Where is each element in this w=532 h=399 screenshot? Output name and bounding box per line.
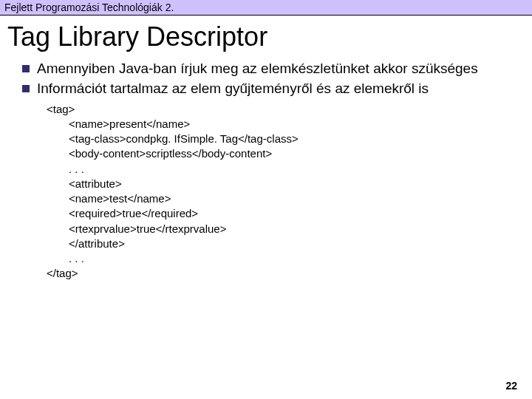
svg-rect-1 [22, 85, 30, 92]
code-line: </attribute> [69, 236, 526, 251]
code-line: <tag> [47, 102, 526, 117]
code-line: </tag> [47, 266, 526, 281]
code-line: <name>test</name> [69, 191, 526, 206]
page-number: 22 [505, 380, 517, 392]
code-line: <required>true</required> [69, 206, 526, 221]
bullet-item: Amennyiben Java-ban írjuk meg az elemkés… [22, 60, 526, 78]
code-line: <body-content>scriptless</body-content> [69, 146, 526, 161]
square-bullet-icon [22, 85, 30, 92]
code-line: . . . [69, 251, 526, 266]
bullet-text: Amennyiben Java-ban írjuk meg az elemkés… [37, 60, 478, 78]
code-inner: <name>present</name> <tag-class>condpkg.… [69, 117, 526, 267]
code-line: <name>present</name> [69, 117, 526, 132]
code-line: <rtexprvalue>true</rtexprvalue> [69, 222, 526, 236]
svg-rect-0 [22, 65, 30, 72]
code-line: <tag-class>condpkg. IfSimple. Tag</tag-c… [69, 132, 526, 146]
slide-content: Amennyiben Java-ban írjuk meg az elemkés… [0, 55, 532, 282]
slide-header: Fejlett Programozási Technológiák 2. [0, 0, 532, 16]
bullet-item: Információt tartalmaz az elem gyűjtemény… [22, 80, 526, 98]
header-text: Fejlett Programozási Technológiák 2. [4, 1, 174, 13]
square-bullet-icon [22, 65, 30, 72]
slide-title: Tag Library Descriptor [0, 16, 532, 55]
code-line: <attribute> [69, 177, 526, 191]
code-line: . . . [69, 162, 526, 177]
code-block: <tag> <name>present</name> <tag-class>co… [47, 102, 526, 282]
bullet-text: Információt tartalmaz az elem gyűjtemény… [37, 80, 429, 98]
